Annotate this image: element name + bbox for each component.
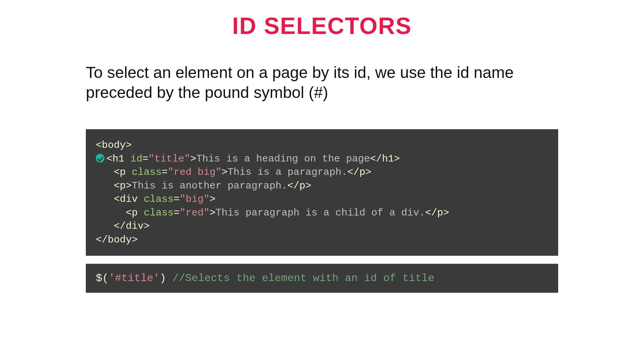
slide-title: ID SELECTORS: [76, 13, 568, 39]
check-icon: [96, 154, 104, 163]
slide: ID SELECTORS To select an element on a p…: [76, 0, 568, 293]
code-block-html: <body> <h1 id="title">This is a heading …: [86, 129, 558, 256]
slide-description: To select an element on a page by its id…: [86, 63, 558, 103]
code-block-jquery: $('#title') //Selects the element with a…: [86, 264, 558, 293]
